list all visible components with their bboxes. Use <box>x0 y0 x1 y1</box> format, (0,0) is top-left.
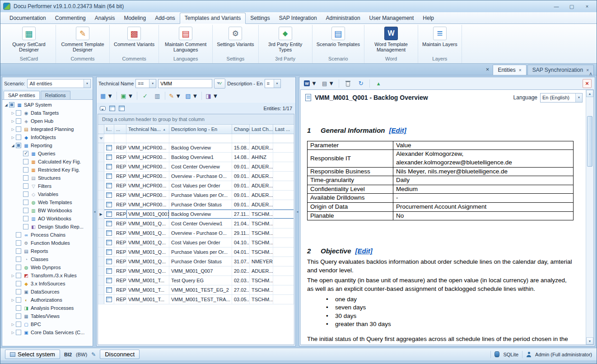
delete-button[interactable] <box>342 79 353 89</box>
filter-funnel-icon[interactable] <box>99 137 103 141</box>
table-row[interactable]: REP VMM_M001_T... VMM_M001_TEST_EG_2 27.… <box>98 285 294 295</box>
tree-checkbox[interactable] <box>16 110 21 116</box>
tree-item[interactable]: ◨ Analysis Processes <box>2 304 93 312</box>
edit-system-pencil-icon[interactable] <box>91 351 96 358</box>
column-header[interactable]: ... <box>114 125 126 134</box>
tree-checkbox[interactable] <box>23 216 28 221</box>
expand-arrow-icon[interactable] <box>10 111 16 115</box>
column-header[interactable]: Last Ch... <box>250 125 273 134</box>
column-header[interactable]: Last ... <box>273 125 294 134</box>
ribbon-button[interactable]: Scenario Templates <box>316 25 361 55</box>
chevron-down-icon[interactable] <box>274 79 280 88</box>
tree-checkbox[interactable] <box>23 208 28 213</box>
menu-item[interactable]: Add-ons <box>150 13 180 23</box>
scrollbar-thumb[interactable] <box>587 116 592 167</box>
ribbon-button[interactable]: 3rd Party Entity Types <box>262 25 309 55</box>
right-splitter[interactable] <box>296 77 299 346</box>
edit-link[interactable]: [Edit] <box>389 126 406 135</box>
column-header[interactable]: Description long - En <box>169 125 232 134</box>
tree-checkbox[interactable] <box>16 273 21 278</box>
tree-checkbox[interactable] <box>16 232 21 238</box>
tree-item[interactable]: ▣ Core Data Services (C... <box>2 328 93 336</box>
ribbon-button[interactable]: Query SetCard Designer <box>5 25 52 55</box>
menu-item[interactable]: Administration <box>322 13 365 23</box>
table-row[interactable]: REP VMM_HCPR00... Overview - Purchase O.… <box>98 172 294 181</box>
publish-button[interactable] <box>373 79 384 89</box>
menu-item[interactable]: Templates and Variants <box>180 13 246 24</box>
print-dropdown[interactable] <box>321 79 336 89</box>
description-operator-combobox[interactable]: = <box>265 79 281 88</box>
filter-cell[interactable] <box>250 134 273 143</box>
filter-operator-combobox[interactable]: == <box>135 79 156 88</box>
filter-cell[interactable] <box>273 134 294 143</box>
expand-arrow-icon[interactable] <box>10 322 16 327</box>
tree-checkbox[interactable] <box>23 151 28 156</box>
document-tab[interactable]: SAP Synchronization <box>527 65 594 75</box>
table-row[interactable]: REP VMM_HCPR00... Purchase Values per Or… <box>98 191 294 200</box>
filter-cell[interactable] <box>126 134 169 143</box>
word-export-dropdown[interactable] <box>303 79 318 89</box>
chevron-down-icon[interactable] <box>84 79 90 88</box>
validate-entities-button[interactable]: ✓ <box>140 91 150 101</box>
tree-checkbox[interactable] <box>16 305 21 311</box>
tree-checkbox[interactable] <box>16 126 21 132</box>
table-row[interactable]: REP VMM_HCPR00... Purchase Order Status … <box>98 200 294 210</box>
tree-checkbox[interactable] <box>16 143 21 148</box>
tree-checkbox[interactable] <box>16 281 21 286</box>
ribbon-button[interactable]: Maintain Layers <box>421 25 458 55</box>
edit-link[interactable]: [Edit] <box>355 247 373 256</box>
expand-arrow-icon[interactable] <box>10 119 16 123</box>
menu-item[interactable]: Settings <box>246 13 274 23</box>
column-header[interactable]: I... <box>104 125 114 134</box>
expand-arrow-icon[interactable] <box>10 127 16 131</box>
tree-item[interactable]: ▦ Queries <box>2 149 93 158</box>
tree-item[interactable]: ◍ Web Dynpros <box>2 263 93 271</box>
left-splitter[interactable] <box>93 77 96 346</box>
table-row[interactable]: REP VMM_M001_Q... Purchase Values per Or… <box>98 247 294 257</box>
filter-cell[interactable] <box>232 134 250 143</box>
apply-filter-button[interactable] <box>214 79 225 89</box>
table-row[interactable]: REP VMM_M001_Q... Purchase Order Status … <box>98 257 294 266</box>
menu-item[interactable]: Commenting <box>51 13 90 23</box>
filter-cell[interactable] <box>114 134 126 143</box>
tree-item[interactable]: ◧ Design Studio Rep... <box>2 223 93 231</box>
tree-checkbox[interactable] <box>16 322 21 327</box>
tree-item[interactable]: ◔ Classes <box>2 255 93 263</box>
ribbon-button[interactable]: Settings Variants <box>216 25 255 55</box>
filter-cell[interactable] <box>104 134 114 143</box>
tree-item[interactable]: ◆ 3.x InfoSources <box>2 280 93 288</box>
tree-item[interactable]: ▦ Reporting <box>2 141 93 149</box>
tree-checkbox[interactable] <box>23 175 28 181</box>
table-row[interactable]: REP VMM_M001_Q001 Backlog Overview 27.11… <box>98 210 294 219</box>
tree-item[interactable]: ▤ Integrated Planning <box>2 125 93 133</box>
table-row[interactable]: REP VMM_M001_T... VMM_M001_TEST_TRA... 0… <box>98 295 294 304</box>
tree-item[interactable]: ∞ Process Chains <box>2 231 93 239</box>
tree-checkbox[interactable] <box>16 313 21 319</box>
document-scrollbar[interactable] <box>586 90 593 345</box>
tree-checkbox[interactable] <box>16 257 21 262</box>
language-combobox[interactable]: En (English) <box>540 93 583 103</box>
expand-arrow-icon[interactable] <box>10 298 16 302</box>
menu-item[interactable]: Modeling <box>119 13 150 23</box>
table-row[interactable]: REP VMM_HCPR00... Cost Center Overview 0… <box>98 162 294 172</box>
table-row[interactable]: REP VMM_HCPR00... Cost Values per Order … <box>98 181 294 191</box>
tree-checkbox[interactable] <box>23 167 28 173</box>
menu-item[interactable]: Help <box>418 13 438 23</box>
synchronize-dropdown[interactable]: ▧ <box>184 91 199 101</box>
scroll-down-icon[interactable] <box>586 337 593 345</box>
tree-item[interactable]: ▦ Calculated Key Fig. <box>2 158 93 166</box>
tree-item[interactable]: ◇ Variables <box>2 190 93 198</box>
comment-bubble-icon[interactable] <box>100 106 106 111</box>
tree-checkbox[interactable] <box>9 102 14 107</box>
maximize-button[interactable]: ▢ <box>565 2 578 10</box>
chevron-down-icon[interactable] <box>575 93 582 102</box>
expand-arrow-icon[interactable] <box>10 274 16 278</box>
expand-arrow-icon[interactable] <box>10 144 16 148</box>
ribbon-button[interactable]: Comment Template Designer <box>59 25 106 55</box>
tree-item[interactable]: ▥ BW Workbooks <box>2 206 93 215</box>
table-row[interactable]: REP VMM_M001_Q... Cost Center Overview1 … <box>98 219 294 229</box>
tree-checkbox[interactable] <box>16 240 21 246</box>
tree-item[interactable]: ▢ BPC <box>2 320 93 328</box>
table-row[interactable]: REP VMM_M001_Q... VMM_M001_Q007 20.02...… <box>98 266 294 276</box>
menu-item[interactable]: SAP Integration <box>275 13 322 23</box>
